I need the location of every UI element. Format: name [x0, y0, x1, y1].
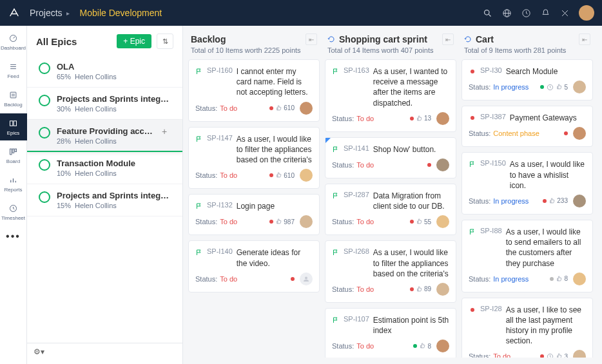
epic-row[interactable]: Transaction Module 10%Helen Collins +	[27, 152, 182, 184]
column-subtitle: Total of 9 Items worth 281 points	[464, 46, 590, 54]
epic-row[interactable]: Feature Providing access … 28%Helen Coll…	[27, 120, 182, 152]
assignee-avatar	[300, 169, 313, 182]
epic-row[interactable]: Projects and Sprints integ… 15%Helen Col…	[27, 184, 182, 216]
globe-icon[interactable]	[501, 8, 512, 18]
work-item-card[interactable]: SP-I160 I cannot enter my card name. Fie…	[188, 59, 320, 122]
status-label: Status:	[195, 275, 217, 283]
nav-dashboard[interactable]: Dashboard	[0, 28, 27, 55]
epics-panel: All Epics + Epic ⇅ OLA 65%Helen Collins …	[27, 26, 183, 364]
nav-timesheet[interactable]: Timesheet	[0, 198, 27, 225]
status-value: To do	[220, 104, 237, 112]
epic-title: Feature Providing access …	[57, 126, 155, 136]
status-value: Content phase	[493, 129, 539, 137]
work-item-card[interactable]: SP-I150 As a user, I would like to have …	[461, 152, 593, 215]
status-label: Status:	[469, 83, 490, 91]
epic-meta: 28%Helen Collins	[57, 137, 155, 145]
work-item-card[interactable]: SP-I268 As a user, I would like to filte…	[325, 240, 456, 303]
work-item-card[interactable]: SP-I141 Shop Now' button. Status: To do	[325, 137, 456, 178]
item-id: SP-I30	[480, 66, 502, 74]
assignee-avatar	[436, 112, 449, 125]
nav-current-project[interactable]: Mobile Development	[80, 8, 162, 18]
item-title: As a user, I would like to send emailers…	[506, 227, 586, 269]
status-value: To do	[220, 218, 237, 225]
nav-board[interactable]: Board	[0, 142, 27, 169]
item-title: As a user, I like to see all the last pa…	[506, 305, 586, 347]
nav-more[interactable]: •••	[6, 231, 21, 242]
epic-row[interactable]: OLA 65%Helen Collins +	[27, 55, 182, 88]
status-label: Status:	[469, 352, 490, 358]
work-item-card[interactable]: SP-I287 Data Migration from client side …	[325, 184, 456, 235]
story-icon	[195, 202, 203, 210]
bug-icon	[469, 114, 476, 122]
story-icon	[332, 146, 340, 153]
nav-projects[interactable]: Projects	[30, 8, 63, 18]
item-id: SP-I141	[344, 144, 369, 152]
work-item-card[interactable]: SP-I88 As a user, I would like to send e…	[461, 220, 593, 292]
status-label: Status:	[469, 197, 490, 205]
status-value: To do	[356, 161, 374, 169]
collapse-icon[interactable]: ⇤	[579, 34, 590, 45]
work-item-card[interactable]: SP-I140 Generate ideas for the video. St…	[188, 240, 320, 292]
status-label: Status:	[332, 161, 354, 169]
points-badge: 610	[276, 172, 295, 179]
work-item-card[interactable]: SP-I163 As a user, I wanted to receive a…	[325, 59, 456, 132]
user-avatar[interactable]	[579, 5, 594, 21]
app-logo[interactable]	[8, 6, 21, 19]
assignee-avatar	[436, 283, 449, 296]
nav-feed[interactable]: Feed	[0, 57, 27, 84]
item-title: Login page	[237, 201, 275, 211]
work-item-card[interactable]: SP-I147 As a user, I would like to filte…	[188, 127, 320, 189]
priority-dot	[540, 354, 544, 358]
nav-reports[interactable]: Reports	[0, 170, 27, 197]
priority-dot	[543, 199, 547, 203]
assignee-avatar	[573, 81, 586, 93]
story-icon	[332, 192, 340, 200]
item-id: SP-I28	[480, 305, 502, 312]
column-title: Shopping cart sprint	[339, 34, 427, 44]
points-badge: 610	[276, 104, 295, 111]
epics-heading: All Epics	[36, 36, 112, 47]
nav-backlog[interactable]: Backlog	[0, 85, 27, 112]
story-icon	[469, 228, 476, 236]
status-value: To do	[356, 285, 374, 293]
sort-button[interactable]: ⇅	[157, 34, 173, 49]
item-title: Search Module	[506, 66, 558, 77]
search-icon[interactable]	[482, 8, 492, 18]
tools-icon[interactable]	[559, 8, 570, 18]
assignee-avatar	[573, 195, 586, 207]
assignee-avatar	[573, 273, 586, 285]
item-title: As a user, I would like to filter the ap…	[373, 247, 449, 279]
work-item-card[interactable]: SP-I28 As a user, I like to see all the …	[461, 298, 593, 358]
work-item-card[interactable]: SP-I107 Estimation point is 5th index St…	[325, 308, 456, 358]
points-badge: 3	[556, 353, 568, 358]
priority-dot	[427, 163, 431, 167]
bell-icon[interactable]	[540, 8, 550, 18]
item-title: Shop Now' button.	[373, 144, 436, 155]
status-label: Status:	[332, 285, 354, 293]
svg-rect-15	[10, 149, 12, 155]
collapse-icon[interactable]: ⇤	[306, 34, 317, 45]
add-icon[interactable]: +	[162, 126, 173, 138]
points-badge: 987	[276, 218, 295, 225]
clock-icon[interactable]	[521, 8, 531, 18]
panel-settings-icon[interactable]: ⚙▾	[34, 347, 46, 360]
item-id: SP-I150	[480, 159, 506, 167]
item-id: SP-I107	[344, 315, 369, 323]
svg-point-25	[471, 116, 474, 120]
breadcrumb: Projects ▸ Mobile Development	[30, 8, 162, 18]
story-icon	[332, 249, 340, 256]
priority-dot	[564, 131, 568, 135]
chevron-right-icon: ▸	[66, 10, 70, 17]
work-item-card[interactable]: SP-I387 Payment Gateways Status: Content…	[461, 106, 593, 147]
item-id: SP-I88	[480, 227, 502, 235]
add-epic-button[interactable]: + Epic	[117, 34, 151, 48]
nav-epics[interactable]: Epics	[0, 113, 27, 140]
side-nav: Dashboard Feed Backlog Epics Board Repor…	[0, 26, 27, 364]
collapse-icon[interactable]: ⇤	[442, 34, 454, 45]
assignee-avatar	[436, 158, 449, 171]
work-item-card[interactable]: SP-I132 Login page Status: To do 987	[188, 194, 320, 235]
epic-row[interactable]: Projects and Sprints integ… 30%Helen Col…	[27, 88, 182, 120]
item-title: Data Migration from client side to our D…	[373, 191, 449, 211]
status-value: To do	[356, 115, 374, 122]
work-item-card[interactable]: SP-I30 Search Module Status: In progress…	[461, 59, 593, 101]
